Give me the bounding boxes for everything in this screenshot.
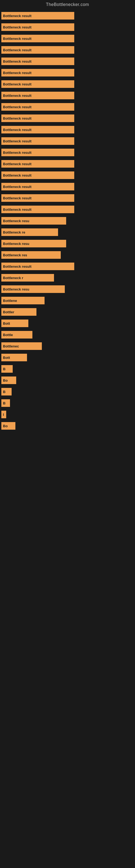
bar-row: Bottleneck result (1, 126, 132, 133)
bar-row: Bott (1, 319, 132, 327)
bar-label-26: Bottler (3, 310, 14, 314)
bar-row: Bottleneck result (1, 23, 132, 31)
bar-21: Bottleneck res (1, 251, 61, 259)
bar-label-35: I (3, 412, 4, 416)
bar-label-23: Bottleneck r (3, 276, 23, 280)
bar-12: Bottleneck result (1, 149, 74, 156)
bar-row: Bottleneck result (1, 206, 132, 213)
bar-row: Bottleneck resu (1, 285, 132, 293)
bar-row: Bottleneck result (1, 149, 132, 156)
bar-label-1: Bottleneck result (3, 25, 31, 29)
bar-label-8: Bottleneck result (3, 105, 31, 109)
bar-label-2: Bottleneck result (3, 37, 31, 41)
bar-9: Bottleneck result (1, 115, 74, 122)
bar-label-36: Bo (3, 424, 8, 428)
bar-row: Bottleneck result (1, 35, 132, 42)
bar-6: Bottleneck result (1, 80, 74, 88)
bar-row: Bottleneck result (1, 58, 132, 65)
site-title: TheBottlenecker.com (0, 0, 135, 9)
bar-label-4: Bottleneck result (3, 59, 31, 63)
bar-row: Bottleneck result (1, 92, 132, 99)
bar-label-24: Bottleneck resu (3, 287, 30, 291)
bar-label-5: Bottleneck result (3, 71, 31, 75)
bar-label-28: Bottle (3, 333, 13, 337)
bar-label-18: Bottleneck resu (3, 219, 30, 223)
bar-label-25: Bottlene (3, 299, 17, 303)
bar-18: Bottleneck resu (1, 217, 66, 225)
bar-row: B (1, 365, 132, 373)
bar-15: Bottleneck result (1, 183, 74, 190)
bar-label-9: Bottleneck result (3, 116, 31, 120)
bar-row: Bottlenec (1, 342, 132, 350)
bar-16: Bottleneck result (1, 194, 74, 202)
bar-row: Bottleneck result (1, 172, 132, 179)
bar-row: Bottleneck res (1, 251, 132, 259)
bar-label-12: Bottleneck result (3, 151, 31, 155)
bar-label-17: Bottleneck result (3, 208, 31, 212)
bar-row: Bottleneck result (1, 183, 132, 190)
bar-label-15: Bottleneck result (3, 185, 31, 189)
bar-row: Bottleneck result (1, 160, 132, 167)
bar-11: Bottleneck result (1, 137, 74, 145)
bar-label-31: B (3, 367, 5, 371)
bar-row: Bo (1, 422, 132, 430)
bar-23: Bottleneck r (1, 274, 54, 282)
bar-label-7: Bottleneck result (3, 94, 31, 98)
bar-row: Bottleneck result (1, 69, 132, 76)
bar-label-29: Bottlenec (3, 344, 19, 348)
bar-27: Bott (1, 319, 28, 327)
bar-label-19: Bottleneck re (3, 230, 25, 235)
bar-19: Bottleneck re (1, 228, 58, 236)
bar-label-34: B (3, 401, 5, 405)
bar-4: Bottleneck result (1, 58, 74, 65)
bar-row: Bottleneck result (1, 137, 132, 145)
bar-label-32: Bo (3, 378, 8, 382)
bar-row: Bottleneck result (1, 12, 132, 20)
bar-label-16: Bottleneck result (3, 196, 31, 200)
bar-33: B (1, 388, 12, 396)
bar-2: Bottleneck result (1, 35, 74, 42)
bar-24: Bottleneck resu (1, 285, 65, 293)
bar-label-14: Bottleneck result (3, 173, 31, 177)
bar-17: Bottleneck result (1, 206, 74, 213)
bar-row: I (1, 411, 132, 418)
bar-row: Bottleneck r (1, 274, 132, 282)
bar-30: Bott (1, 354, 27, 361)
bar-35: I (1, 411, 6, 418)
bar-label-22: Bottleneck result (3, 265, 31, 269)
bar-row: Bottlene (1, 297, 132, 304)
bar-8: Bottleneck result (1, 103, 74, 111)
bar-label-3: Bottleneck result (3, 48, 31, 52)
bar-row: Bottleneck resu (1, 240, 132, 247)
bar-0: Bottleneck result (1, 12, 74, 20)
bar-row: Bott (1, 354, 132, 361)
bar-label-20: Bottleneck resu (3, 242, 30, 246)
bar-5: Bottleneck result (1, 69, 74, 76)
bar-label-33: B (3, 390, 5, 394)
bar-label-27: Bott (3, 321, 10, 326)
bar-row: Bottleneck result (1, 262, 132, 270)
bar-31: B (1, 365, 13, 373)
bar-row: Bottleneck re (1, 228, 132, 236)
bar-14: Bottleneck result (1, 172, 74, 179)
bar-row: Bottleneck result (1, 80, 132, 88)
bar-1: Bottleneck result (1, 23, 74, 31)
bar-36: Bo (1, 422, 15, 430)
bar-13: Bottleneck result (1, 160, 74, 167)
bar-label-11: Bottleneck result (3, 139, 31, 143)
bar-label-6: Bottleneck result (3, 82, 31, 86)
bars-container: Bottleneck resultBottleneck resultBottle… (0, 9, 135, 436)
bar-7: Bottleneck result (1, 92, 74, 99)
bar-3: Bottleneck result (1, 46, 74, 54)
bar-row: Bottleneck result (1, 115, 132, 122)
bar-label-0: Bottleneck result (3, 14, 31, 18)
bar-34: B (1, 399, 10, 407)
bar-row: Bottleneck result (1, 194, 132, 202)
bar-22: Bottleneck result (1, 262, 74, 270)
bar-32: Bo (1, 376, 16, 384)
bar-row: Bottleneck result (1, 46, 132, 54)
bar-label-10: Bottleneck result (3, 128, 31, 132)
bar-row: Bottleneck resu (1, 217, 132, 225)
bar-20: Bottleneck resu (1, 240, 66, 247)
bar-28: Bottle (1, 331, 32, 339)
